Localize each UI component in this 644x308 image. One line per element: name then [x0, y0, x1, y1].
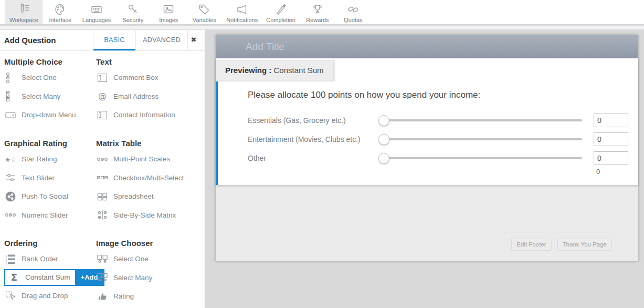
points-slider[interactable]	[382, 153, 582, 164]
wand-icon	[274, 3, 288, 16]
question-type-rating[interactable]: Rating	[96, 287, 186, 306]
question-type-drop-down-menu[interactable]: Drop-down Menu	[4, 106, 94, 125]
side-by-side-icon	[96, 209, 109, 221]
tag-icon	[197, 3, 211, 16]
slider-thumb[interactable]	[378, 115, 389, 126]
toolbar-item-workspace[interactable]: Workspace	[5, 0, 43, 24]
workspace-icon	[17, 3, 30, 16]
slider-track	[382, 157, 582, 159]
section-title: Ordering	[4, 238, 94, 249]
points-input[interactable]	[594, 151, 628, 165]
question-type-multi-point-scales[interactable]: Multi-Point Scales	[96, 150, 186, 169]
question-type-select-one[interactable]: Select One	[4, 68, 94, 87]
tab-basic[interactable]: BASIC	[93, 30, 135, 50]
sigma-icon: Σ	[8, 271, 20, 284]
question-type-checkbox-multi-select[interactable]: Checkbox/Multi-Select	[96, 169, 186, 188]
toolbar-item-completion[interactable]: Completion	[262, 0, 300, 24]
key-icon	[126, 3, 140, 16]
stars-icon: ★☆	[4, 153, 17, 166]
at-icon: @	[96, 90, 109, 102]
survey-builder-app: Workspace Interface Languages Security I…	[0, 0, 644, 308]
textbox-icon	[96, 109, 109, 121]
question-type-select-many[interactable]: Select Many	[4, 87, 94, 106]
image-radio-icon	[96, 253, 109, 265]
close-icon[interactable]: ✖	[187, 30, 200, 50]
points-input[interactable]	[594, 132, 628, 146]
section-title: Text	[96, 57, 186, 67]
svg-text:Σ: Σ	[11, 272, 17, 283]
section-ordering: Ordering 123 Rank Order Σ Constant Sum +…	[4, 238, 94, 305]
svg-text:2: 2	[6, 258, 7, 261]
points-input[interactable]	[594, 114, 628, 127]
numeric-slider-icon	[96, 153, 109, 166]
image-check-icon	[96, 271, 109, 284]
question-type-contact-information[interactable]: Contact Information	[96, 106, 186, 125]
question-type-rank-order[interactable]: 123 Rank Order	[4, 250, 94, 269]
rank-list-icon: 123	[4, 253, 17, 265]
question-type-star-rating[interactable]: ★☆ Star Rating	[4, 150, 94, 169]
question-type-spreadsheet[interactable]: Spreadsheet	[96, 187, 186, 206]
constant-sum-row: Essentials (Gas, Grocery etc.)	[248, 111, 628, 130]
toolbar-item-languages[interactable]: Languages	[78, 0, 115, 24]
toolbar-item-quotas[interactable]: Quotas	[335, 0, 371, 24]
constant-sum-row: Other	[248, 149, 628, 168]
section-multiple-choice: Multiple Choice Select One Select Many D…	[4, 57, 94, 125]
svg-text:1: 1	[6, 254, 7, 257]
grid-icon	[96, 190, 109, 203]
edit-footer-button[interactable]: Edit Footer	[511, 239, 551, 251]
section-title: Image Chooser	[96, 238, 186, 249]
toolbar-item-rewards[interactable]: Rewards	[300, 0, 335, 24]
question-type-constant-sum[interactable]: Σ Constant Sum +Add	[4, 269, 104, 286]
thumb-up-icon	[96, 290, 109, 303]
svg-text:3: 3	[6, 261, 7, 264]
points-total: 0	[594, 168, 628, 176]
dropdown-icon	[4, 109, 17, 121]
toolbar-item-interface[interactable]: Interface	[43, 0, 78, 24]
top-toolbar: Workspace Interface Languages Security I…	[0, 0, 644, 25]
question-type-email-address[interactable]: @ Email Address	[96, 87, 186, 106]
toolbar-item-notifications[interactable]: Notifications	[222, 0, 262, 24]
section-matrix-table: Matrix Table Multi-Point Scales Checkbox…	[96, 138, 186, 224]
add-question-header: Add Question BASIC ADVANCED ✖	[0, 30, 205, 51]
textbox-icon	[96, 71, 109, 84]
question-type-side-by-side-matrix[interactable]: Side-By-Side Matrix	[96, 206, 186, 225]
survey-preview-panel: Add Title Previewing : Constant Sum Plea…	[216, 35, 638, 261]
toolbar-item-variables[interactable]: Variables	[186, 0, 222, 24]
section-title: Matrix Table	[96, 138, 186, 149]
section-title: Multiple Choice	[4, 57, 94, 67]
points-slider[interactable]	[382, 115, 582, 126]
footer-separator	[223, 232, 631, 232]
footer-buttons: Edit FooterThank You Page	[511, 239, 612, 251]
thank-you-page-button[interactable]: Thank You Page	[557, 239, 612, 251]
slider-thumb[interactable]	[378, 153, 389, 164]
section-title: Graphical Rating	[4, 138, 94, 149]
chain-icon	[346, 3, 360, 16]
slider-thumb[interactable]	[378, 134, 389, 145]
svg-text:★☆: ★☆	[5, 156, 16, 163]
question-type-drag-and-drop[interactable]: Drag and Drop	[4, 286, 94, 305]
constant-sum-row: Entertainment (Movies, Clubs etc.)	[248, 130, 628, 149]
slider-track	[382, 119, 582, 121]
toolbar-item-security[interactable]: Security	[115, 0, 151, 24]
question-type-text-slider[interactable]: Text Slider	[4, 169, 94, 188]
row-label: Other	[248, 154, 382, 162]
share-icon	[4, 190, 17, 203]
toolbar-item-images[interactable]: Images	[151, 0, 186, 24]
question-accent-strip	[216, 81, 218, 185]
question-type-select-many[interactable]: Select Many	[96, 269, 186, 288]
question-type-comment-box[interactable]: Comment Box	[96, 68, 186, 87]
question-type-numeric-slider[interactable]: Numeric Slider	[4, 206, 94, 225]
tab-advanced[interactable]: ADVANCED	[135, 30, 188, 50]
points-slider[interactable]	[382, 134, 582, 145]
survey-title-bar: Add Title	[216, 35, 638, 58]
panel-title: Add Question	[4, 30, 56, 50]
constant-sum-rows: Essentials (Gas, Grocery etc.) Entertain…	[248, 111, 628, 168]
question-type-push-to-social[interactable]: Push To Social	[4, 187, 94, 206]
svg-text:@: @	[98, 91, 107, 101]
image-icon	[162, 3, 175, 16]
question-type-select-one[interactable]: Select One	[96, 250, 186, 269]
add-title-placeholder[interactable]: Add Title	[246, 35, 638, 58]
add-question-panel: Add Question BASIC ADVANCED ✖ Multiple C…	[0, 29, 205, 308]
previewing-value: Constant Sum	[274, 66, 324, 75]
previewing-badge: Previewing : Constant Sum	[216, 60, 334, 80]
